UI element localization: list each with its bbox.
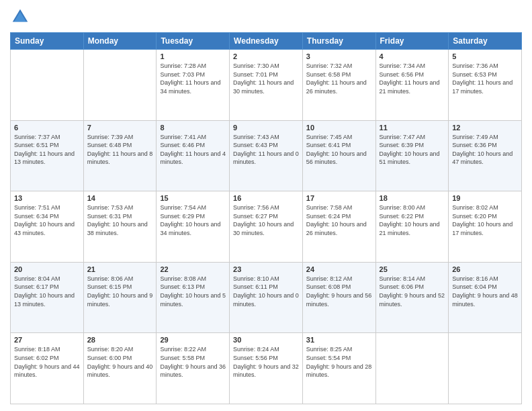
weekday-header-wednesday: Wednesday <box>230 33 303 50</box>
calendar-cell <box>83 50 157 121</box>
weekday-header-thursday: Thursday <box>302 33 375 50</box>
calendar-cell: 21Sunrise: 8:06 AM Sunset: 6:15 PM Dayli… <box>83 262 157 333</box>
page: SundayMondayTuesdayWednesdayThursdayFrid… <box>0 0 532 411</box>
cell-info: Sunrise: 8:04 AM Sunset: 6:17 PM Dayligh… <box>14 275 80 308</box>
cell-day-number: 2 <box>233 52 299 60</box>
calendar-cell: 29Sunrise: 8:22 AM Sunset: 5:58 PM Dayli… <box>157 333 230 404</box>
cell-info: Sunrise: 7:41 AM Sunset: 6:46 PM Dayligh… <box>160 133 226 167</box>
cell-info: Sunrise: 8:06 AM Sunset: 6:15 PM Dayligh… <box>87 275 153 308</box>
cell-info: Sunrise: 7:56 AM Sunset: 6:27 PM Dayligh… <box>233 203 299 237</box>
cell-info: Sunrise: 8:10 AM Sunset: 6:11 PM Dayligh… <box>233 275 299 308</box>
cell-day-number: 27 <box>14 336 80 344</box>
calendar-cell: 17Sunrise: 7:58 AM Sunset: 6:24 PM Dayli… <box>302 191 375 263</box>
cell-info: Sunrise: 7:37 AM Sunset: 6:51 PM Dayligh… <box>14 133 80 167</box>
cell-day-number: 7 <box>87 124 153 132</box>
cell-day-number: 11 <box>380 124 445 132</box>
cell-day-number: 17 <box>306 194 372 202</box>
cell-day-number: 3 <box>306 52 372 60</box>
calendar-week-row: 27Sunrise: 8:18 AM Sunset: 6:02 PM Dayli… <box>11 333 522 404</box>
cell-info: Sunrise: 7:43 AM Sunset: 6:43 PM Dayligh… <box>233 133 299 167</box>
cell-info: Sunrise: 8:14 AM Sunset: 6:06 PM Dayligh… <box>380 275 445 308</box>
calendar-cell: 10Sunrise: 7:45 AM Sunset: 6:41 PM Dayli… <box>302 120 375 191</box>
cell-day-number: 14 <box>87 194 153 202</box>
calendar-week-row: 1Sunrise: 7:28 AM Sunset: 7:03 PM Daylig… <box>11 50 522 121</box>
logo <box>10 7 33 27</box>
calendar-cell: 31Sunrise: 8:25 AM Sunset: 5:54 PM Dayli… <box>302 333 375 404</box>
cell-info: Sunrise: 8:18 AM Sunset: 6:02 PM Dayligh… <box>14 345 80 379</box>
weekday-header-friday: Friday <box>375 33 449 50</box>
calendar-cell: 23Sunrise: 8:10 AM Sunset: 6:11 PM Dayli… <box>230 262 303 333</box>
calendar-cell: 11Sunrise: 7:47 AM Sunset: 6:39 PM Dayli… <box>375 120 449 191</box>
weekday-header-sunday: Sunday <box>11 33 84 50</box>
cell-day-number: 25 <box>380 265 445 273</box>
cell-info: Sunrise: 7:36 AM Sunset: 6:53 PM Dayligh… <box>452 62 518 95</box>
cell-info: Sunrise: 8:08 AM Sunset: 6:13 PM Dayligh… <box>160 275 226 308</box>
cell-info: Sunrise: 7:47 AM Sunset: 6:39 PM Dayligh… <box>380 133 445 167</box>
calendar-cell <box>449 333 522 404</box>
weekday-header-row: SundayMondayTuesdayWednesdayThursdayFrid… <box>11 33 522 50</box>
cell-day-number: 1 <box>160 52 226 60</box>
header <box>10 7 522 27</box>
cell-day-number: 16 <box>233 194 299 202</box>
cell-info: Sunrise: 7:51 AM Sunset: 6:34 PM Dayligh… <box>14 203 80 237</box>
cell-day-number: 21 <box>87 265 153 273</box>
calendar-cell: 18Sunrise: 8:00 AM Sunset: 6:22 PM Dayli… <box>375 191 449 263</box>
cell-info: Sunrise: 8:12 AM Sunset: 6:08 PM Dayligh… <box>306 275 372 308</box>
calendar-cell: 14Sunrise: 7:53 AM Sunset: 6:31 PM Dayli… <box>83 191 157 263</box>
calendar-cell: 3Sunrise: 7:32 AM Sunset: 6:58 PM Daylig… <box>302 50 375 121</box>
calendar-cell: 27Sunrise: 8:18 AM Sunset: 6:02 PM Dayli… <box>11 333 84 404</box>
cell-day-number: 13 <box>14 194 80 202</box>
cell-day-number: 12 <box>452 124 518 132</box>
cell-day-number: 8 <box>160 124 226 132</box>
cell-day-number: 19 <box>452 194 518 202</box>
cell-day-number: 18 <box>380 194 445 202</box>
cell-info: Sunrise: 8:24 AM Sunset: 5:56 PM Dayligh… <box>233 345 299 379</box>
cell-info: Sunrise: 7:45 AM Sunset: 6:41 PM Dayligh… <box>306 133 372 167</box>
cell-day-number: 5 <box>452 52 518 60</box>
calendar-cell: 9Sunrise: 7:43 AM Sunset: 6:43 PM Daylig… <box>230 120 303 191</box>
calendar-cell: 16Sunrise: 7:56 AM Sunset: 6:27 PM Dayli… <box>230 191 303 263</box>
calendar-cell: 25Sunrise: 8:14 AM Sunset: 6:06 PM Dayli… <box>375 262 449 333</box>
cell-day-number: 28 <box>87 336 153 344</box>
calendar-cell: 4Sunrise: 7:34 AM Sunset: 6:56 PM Daylig… <box>375 50 449 121</box>
cell-day-number: 24 <box>306 265 372 273</box>
calendar-cell: 26Sunrise: 8:16 AM Sunset: 6:04 PM Dayli… <box>449 262 522 333</box>
calendar-week-row: 6Sunrise: 7:37 AM Sunset: 6:51 PM Daylig… <box>11 120 522 191</box>
calendar-cell: 22Sunrise: 8:08 AM Sunset: 6:13 PM Dayli… <box>157 262 230 333</box>
calendar-cell: 5Sunrise: 7:36 AM Sunset: 6:53 PM Daylig… <box>449 50 522 121</box>
weekday-header-tuesday: Tuesday <box>157 33 230 50</box>
calendar-cell: 12Sunrise: 7:49 AM Sunset: 6:36 PM Dayli… <box>449 120 522 191</box>
cell-day-number: 4 <box>380 52 445 60</box>
calendar-cell <box>375 333 449 404</box>
calendar-cell: 28Sunrise: 8:20 AM Sunset: 6:00 PM Dayli… <box>83 333 157 404</box>
cell-info: Sunrise: 7:32 AM Sunset: 6:58 PM Dayligh… <box>306 62 372 95</box>
calendar-week-row: 20Sunrise: 8:04 AM Sunset: 6:17 PM Dayli… <box>11 262 522 333</box>
cell-day-number: 9 <box>233 124 299 132</box>
calendar-cell: 24Sunrise: 8:12 AM Sunset: 6:08 PM Dayli… <box>302 262 375 333</box>
cell-info: Sunrise: 8:22 AM Sunset: 5:58 PM Dayligh… <box>160 345 226 379</box>
weekday-header-monday: Monday <box>83 33 157 50</box>
calendar-cell: 7Sunrise: 7:39 AM Sunset: 6:48 PM Daylig… <box>83 120 157 191</box>
calendar-cell: 1Sunrise: 7:28 AM Sunset: 7:03 PM Daylig… <box>157 50 230 121</box>
cell-day-number: 31 <box>306 336 372 344</box>
calendar-cell: 2Sunrise: 7:30 AM Sunset: 7:01 PM Daylig… <box>230 50 303 121</box>
logo-icon <box>10 7 30 27</box>
cell-info: Sunrise: 8:20 AM Sunset: 6:00 PM Dayligh… <box>87 345 153 379</box>
cell-day-number: 23 <box>233 265 299 273</box>
calendar-cell: 6Sunrise: 7:37 AM Sunset: 6:51 PM Daylig… <box>11 120 84 191</box>
cell-day-number: 22 <box>160 265 226 273</box>
cell-info: Sunrise: 7:30 AM Sunset: 7:01 PM Dayligh… <box>233 62 299 95</box>
cell-day-number: 30 <box>233 336 299 344</box>
calendar-cell: 30Sunrise: 8:24 AM Sunset: 5:56 PM Dayli… <box>230 333 303 404</box>
cell-day-number: 20 <box>14 265 80 273</box>
cell-day-number: 26 <box>452 265 518 273</box>
weekday-header-saturday: Saturday <box>449 33 522 50</box>
calendar-cell: 19Sunrise: 8:02 AM Sunset: 6:20 PM Dayli… <box>449 191 522 263</box>
cell-info: Sunrise: 8:25 AM Sunset: 5:54 PM Dayligh… <box>306 345 372 379</box>
cell-info: Sunrise: 7:39 AM Sunset: 6:48 PM Dayligh… <box>87 133 153 167</box>
cell-info: Sunrise: 7:28 AM Sunset: 7:03 PM Dayligh… <box>160 62 226 95</box>
calendar-cell <box>11 50 84 121</box>
cell-day-number: 29 <box>160 336 226 344</box>
cell-info: Sunrise: 7:53 AM Sunset: 6:31 PM Dayligh… <box>87 203 153 237</box>
cell-info: Sunrise: 7:34 AM Sunset: 6:56 PM Dayligh… <box>380 62 445 95</box>
